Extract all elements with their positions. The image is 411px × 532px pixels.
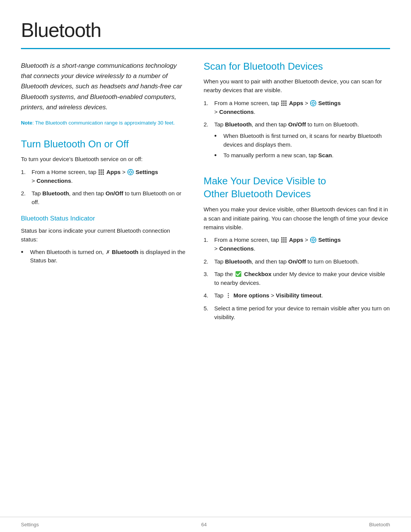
make-visible-step-3: 3. Tap the Checkbox under My device to m… <box>204 270 390 288</box>
footer-right: Bluetooth <box>369 521 390 529</box>
left-column: Bluetooth is a short-range communication… <box>21 61 188 333</box>
make-visible-steps: 1. From a Home screen, tap <box>204 235 390 321</box>
scan-step-1: 1. From a Home screen, tap <box>204 99 390 117</box>
bt-status-bullet-1-text: When Bluetooth is turned on, ✗ Bluetooth… <box>30 248 188 265</box>
mv-settings-icon <box>310 237 316 243</box>
bt-status-bluetooth-label: Bluetooth <box>112 249 139 255</box>
mv-step-3-content: Tap the Checkbox under My device to make… <box>214 270 390 288</box>
turn-step-1-connections: Connections <box>37 177 71 184</box>
scan-bullet-dot-2: • <box>214 151 222 160</box>
scan-settings-icon <box>310 100 316 106</box>
bt-status-bullets: • When Bluetooth is turned on, ✗ Bluetoo… <box>21 248 188 265</box>
svg-rect-7 <box>100 173 102 175</box>
scan-step-2: 2. Tap Bluetooth, and then tap On/Off to… <box>204 120 390 163</box>
scan-sub-bullet-1: • When Bluetooth is first turned on, it … <box>214 132 390 149</box>
scan-step-1-settings: Settings <box>318 100 341 106</box>
svg-rect-6 <box>99 173 100 175</box>
svg-rect-18 <box>281 102 283 104</box>
svg-rect-35 <box>285 239 287 241</box>
turn-step-2: 2. Tap Bluetooth, and then tap On/Off to… <box>21 189 188 207</box>
scan-steps: 1. From a Home screen, tap <box>204 99 390 163</box>
svg-rect-4 <box>100 171 102 173</box>
scan-intro: When you want to pair with another Bluet… <box>204 77 390 95</box>
turn-bluetooth-title: Turn Bluetooth On or Off <box>21 138 188 150</box>
turn-step-1: 1. From a Home screen, tap <box>21 168 188 185</box>
scan-step-1-content: From a Home screen, tap <box>214 99 390 117</box>
mv-step-1-apps: Apps <box>289 236 303 243</box>
svg-rect-22 <box>283 104 285 106</box>
bt-status-intro: Status bar icons indicate your current B… <box>21 226 188 244</box>
footer: Settings 64 Bluetooth <box>0 517 411 532</box>
svg-rect-8 <box>103 173 104 175</box>
svg-rect-33 <box>281 239 283 241</box>
svg-rect-2 <box>103 169 104 171</box>
turn-step-2-content: Tap Bluetooth, and then tap On/Off to tu… <box>32 189 188 207</box>
mv-step-1-connections: Connections <box>219 245 254 252</box>
scan-step-1-connections: Connections <box>219 109 254 115</box>
page-title: Bluetooth <box>21 15 390 45</box>
mv-step-2-onoff: On/Off <box>288 258 306 265</box>
svg-rect-36 <box>281 241 283 243</box>
right-column: Scan for Bluetooth Devices When you want… <box>204 61 390 333</box>
bullet-dot: • <box>21 248 29 257</box>
mv-step-2-num: 2. <box>204 257 214 266</box>
turn-step-2-bluetooth: Bluetooth <box>42 190 69 197</box>
mv-step-3-checkbox-label: Checkbox <box>244 271 272 277</box>
make-visible-intro: When you make your device visible, other… <box>204 205 390 232</box>
svg-rect-3 <box>99 171 100 173</box>
svg-rect-16 <box>283 101 285 102</box>
turn-step-1-num: 1. <box>21 168 32 185</box>
turn-step-1-settings: Settings <box>135 169 158 175</box>
svg-rect-38 <box>285 241 287 243</box>
intro-text: Bluetooth is a short-range communication… <box>21 61 188 112</box>
scan-step-2-num: 2. <box>204 120 214 163</box>
scan-step-2-bluetooth: Bluetooth <box>225 121 252 128</box>
scan-sub-bullet-2-text: To manually perform a new scan, tap Scan… <box>223 151 333 160</box>
make-visible-step-1: 1. From a Home screen, tap <box>204 235 390 253</box>
svg-point-48 <box>228 297 229 298</box>
make-visible-title-line2: Other Bluetooth Devices <box>204 188 311 200</box>
make-visible-step-4: 4. Tap More options > Visibility timeout… <box>204 291 390 300</box>
svg-point-10 <box>129 171 132 173</box>
svg-point-46 <box>228 293 229 294</box>
mv-step-4-num: 4. <box>204 291 214 300</box>
make-visible-title: Make Your Device Visible to Other Blueto… <box>204 175 390 201</box>
svg-rect-19 <box>283 102 285 104</box>
svg-rect-30 <box>281 237 283 239</box>
header-divider <box>21 48 390 49</box>
scan-apps-icon <box>281 100 287 106</box>
svg-rect-23 <box>285 104 287 106</box>
svg-point-25 <box>312 102 314 104</box>
mv-step-1-content: From a Home screen, tap <box>214 235 390 253</box>
mv-step-4-content: Tap More options > Visibility timeout. <box>214 291 390 300</box>
turn-step-1-apps: Apps <box>106 169 121 175</box>
mv-step-5-num: 5. <box>204 304 214 322</box>
svg-rect-34 <box>283 239 285 241</box>
mv-step-2-content: Tap Bluetooth, and then tap On/Off to tu… <box>214 257 390 266</box>
main-content: Bluetooth is a short-range communication… <box>0 61 411 333</box>
make-visible-title-line1: Make Your Device Visible to <box>204 175 326 187</box>
svg-rect-21 <box>281 104 283 106</box>
apps-icon <box>98 169 104 175</box>
note-body: : The Bluetooth communication range is a… <box>32 120 175 126</box>
note-text: Note: The Bluetooth communication range … <box>21 119 188 127</box>
turn-step-2-onoff: On/Off <box>105 190 123 197</box>
scan-sub-bullets: • When Bluetooth is first turned on, it … <box>214 132 390 160</box>
svg-rect-37 <box>283 241 285 243</box>
scan-bold: Scan <box>318 152 332 158</box>
footer-left: Settings <box>21 521 39 529</box>
scan-section: Scan for Bluetooth Devices When you want… <box>204 61 390 163</box>
svg-point-47 <box>228 295 229 296</box>
scan-step-2-onoff: On/Off <box>288 121 306 128</box>
make-visible-step-5: 5. Select a time period for your device … <box>204 304 390 322</box>
scan-step-2-content: Tap Bluetooth, and then tap On/Off to tu… <box>214 120 390 163</box>
scan-bullet-dot-1: • <box>214 132 222 141</box>
turn-step-2-num: 2. <box>21 189 32 207</box>
svg-rect-5 <box>103 171 104 173</box>
svg-rect-15 <box>281 101 283 102</box>
svg-rect-0 <box>99 169 100 171</box>
scan-sub-bullet-1-text: When Bluetooth is first turned on, it sc… <box>223 132 390 149</box>
bt-status-title: Bluetooth Status Indicator <box>21 214 188 224</box>
footer-center: 64 <box>201 521 207 529</box>
svg-rect-1 <box>100 169 102 171</box>
